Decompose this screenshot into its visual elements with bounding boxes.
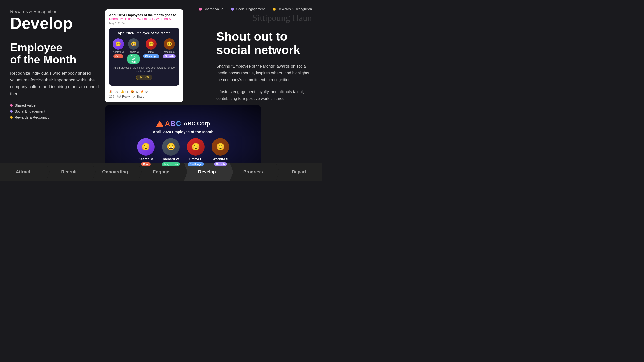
card-header-text: April 2024 Employees of the month goes t… (109, 13, 176, 17)
nav-engage-label: Engage (153, 169, 169, 175)
feature-description: Recognize individuals who embody shared … (10, 70, 101, 97)
banner-avatars: 😊 Keerati M Care 😄 Richard W Yes, we can… (137, 138, 229, 166)
avatar-wachira: 😊 (164, 38, 175, 50)
legend-social-engagement: Social Engagement (231, 7, 265, 11)
tag-richard: Yes, we can (127, 54, 140, 64)
reaction-party-count: 120 (113, 90, 118, 93)
rewards-recognition-dot (273, 8, 276, 11)
reaction-thumbs: 👍84 (120, 90, 128, 93)
avatar-richard: 😄 (128, 38, 139, 50)
avatar-item-richard: 😄 Richard W Yes, we can (127, 38, 140, 64)
feature-shared-value-dot (10, 104, 13, 107)
avatar-keerati-name: Keerati M (113, 51, 124, 53)
banner-tag-wachira: Growth (214, 162, 227, 166)
signature: Sittipoung Haun (252, 13, 312, 23)
share-button[interactable]: ↗ Share (133, 95, 144, 98)
reply-button[interactable]: 💬 Reply (117, 95, 130, 98)
avatar-item-wachira: 😊 Wachira S Growth (163, 38, 176, 64)
banner-avatar-wachira-name: Wachira S (213, 157, 228, 161)
avatar-keerati: 😊 (113, 38, 124, 50)
banner-avatar-emma: 😊 Emma L Challenge (187, 138, 205, 166)
card-reactions: 🎉120 👍84 😍55 🔥32 (109, 88, 179, 93)
banner-avatar-emma-img: 😊 (187, 138, 205, 156)
feature-legend-social-engagement: Social Engagement (10, 109, 101, 113)
right-desc-2: It fosters engagement, loyalty, and attr… (216, 88, 312, 102)
banner-content: A B C ABC Corp April 2024 Employee of th… (105, 120, 261, 166)
card-reward-text: All employees of the month have been rew… (113, 66, 176, 73)
banner-logo: A B C ABC Corp (156, 120, 210, 128)
abc-logo: A B C (156, 120, 181, 128)
tag-emma: Challenge (143, 54, 159, 58)
nav-depart[interactable]: Depart (276, 163, 322, 181)
nav-attract-label: Attract (16, 169, 30, 175)
top-legend: Shared Value Social Engagement Rewards &… (199, 7, 312, 11)
banner-avatar-emma-name: Emma L (189, 157, 202, 161)
legend-shared-value: Shared Value (199, 7, 223, 11)
banner-avatar-keerati-name: Keerati M (139, 157, 153, 161)
reaction-thumbs-count: 84 (125, 90, 128, 93)
nav-depart-label: Depart (292, 169, 306, 175)
card-header: April 2024 Employees of the month goes t… (109, 13, 179, 21)
feature-legend-social-engagement-label: Social Engagement (15, 109, 45, 113)
avatar-richard-name: Richard W (128, 51, 139, 53)
avatar-emma: 😊 (146, 38, 157, 50)
points-value: ⊙+500 (139, 76, 149, 79)
reaction-heart: 😍55 (131, 90, 138, 93)
nav-develop-label: Develop (198, 169, 216, 175)
feature-legend: Shared Value Social Engagement Rewards &… (10, 103, 101, 119)
nav-recruit-label: Recruit (61, 169, 77, 175)
comment-count: 255 (109, 95, 114, 98)
legend-rewards-recognition: Rewards & Recognition (273, 7, 312, 11)
card-date: May 1, 2024 (109, 22, 179, 25)
card-inner: April 2024 Employee of the Month 😊 Keera… (109, 28, 179, 86)
feature-rewards-recognition-dot (10, 116, 13, 119)
nav-attract[interactable]: Attract (0, 163, 46, 181)
social-card: April 2024 Employees of the month goes t… (105, 9, 183, 102)
feature-title: Employeeof the Month (10, 41, 101, 66)
share-label: Share (136, 95, 144, 98)
page-title: Develop (10, 15, 101, 31)
right-desc-1: Sharing "Employee of the Month" awards o… (216, 63, 312, 83)
banner-avatar-keerati: 😊 Keerati M Care (137, 138, 155, 166)
banner-subtitle: April 2024 Employee of the Month (153, 130, 214, 134)
nav-progress-label: Progress (243, 169, 263, 175)
reply-label: Reply (122, 95, 130, 98)
banner-avatar-wachira-img: 😊 (212, 138, 229, 156)
card-employee-names: Keerati M, Richard W, Emma L, Wachira S (109, 17, 171, 21)
reaction-party: 🎉120 (109, 90, 118, 93)
feature-legend-rewards-recognition-label: Rewards & Recognition (15, 115, 51, 119)
right-title: Shout out to social network (216, 30, 312, 57)
card-inner-title: April 2024 Employee of the Month (113, 31, 176, 35)
triangle-icon (156, 121, 163, 127)
banner-corp-name: ABC Corp (184, 120, 210, 127)
avatar-item-keerati: 😊 Keerati M Care (113, 38, 124, 64)
reaction-fire: 🔥32 (140, 90, 148, 93)
section-label: Rewards & Recognition (10, 9, 101, 14)
feature-social-engagement-dot (10, 110, 13, 113)
legend-social-engagement-label: Social Engagement (236, 7, 265, 11)
right-column: Shout out to social network Sharing "Emp… (206, 30, 322, 107)
banner-tag-richard: Yes, we can (162, 162, 180, 166)
banner-tag-keerati: Care (141, 162, 151, 166)
legend-rewards-recognition-label: Rewards & Recognition (278, 7, 312, 11)
card-actions: 255 💬 Reply ↗ Share (109, 95, 179, 98)
avatar-item-emma: 😊 Emma L Challenge (143, 38, 159, 64)
points-badge: ⊙+500 (136, 75, 152, 80)
banner-avatar-wachira: 😊 Wachira S Growth (212, 138, 229, 166)
feature-legend-rewards-recognition: Rewards & Recognition (10, 115, 101, 119)
avatar-emma-name: Emma L (146, 51, 156, 53)
tag-keerati: Care (113, 54, 123, 58)
left-column: Rewards & Recognition Develop Employeeof… (10, 9, 101, 119)
feature-legend-shared-value-label: Shared Value (15, 103, 36, 107)
banner-avatar-richard-img: 😄 (162, 138, 180, 156)
banner-avatar-keerati-img: 😊 (137, 138, 155, 156)
reaction-fire-count: 32 (145, 90, 148, 93)
banner-avatar-richard-name: Richard W (163, 157, 179, 161)
nav-recruit[interactable]: Recruit (46, 163, 92, 181)
legend-shared-value-label: Shared Value (204, 7, 223, 11)
banner-avatar-richard: 😄 Richard W Yes, we can (162, 138, 180, 166)
avatar-wachira-name: Wachira S (164, 51, 175, 53)
banner-tag-emma: Challenge (188, 162, 204, 166)
tag-wachira: Growth (163, 54, 176, 58)
card-avatars-row: 😊 Keerati M Care 😄 Richard W Yes, we can… (113, 38, 176, 64)
